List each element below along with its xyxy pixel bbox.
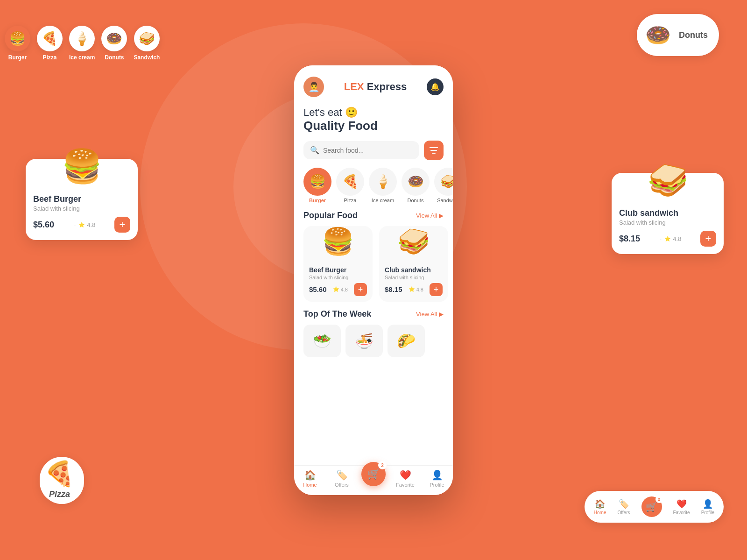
home-nav-icon: 🏠 [304,469,316,481]
donut-float-icon: 🍩 [641,19,674,51]
float-cart-button[interactable]: 🛒 2 [641,496,662,517]
cat-donuts-label: Donuts [408,198,424,203]
club-card-rating: ⭐ 4.8 [409,286,423,292]
beef-card-rating: ⭐ 4.8 [333,286,348,292]
float-pizza-label: Pizza [49,489,70,499]
float-favorite-label: Favorite [673,510,690,515]
hero-line2: Quality Food [303,119,444,133]
search-bar: 🔍 [303,141,444,160]
nav-home[interactable]: 🏠 Home [296,469,324,488]
beef-card-image: 🍔 [310,226,366,262]
float-donut-pill[interactable]: 🍩 Donuts [637,14,719,56]
float-profile-icon: 👤 [703,499,713,509]
cat-donuts[interactable]: 🍩 Donuts [402,168,430,203]
cat-burger[interactable]: 🍔 Burger [303,168,331,203]
float-nav-offers[interactable]: 🏷️ Offers [617,499,630,515]
cat-burger-icon: 🍔 [303,168,331,196]
totw-item-1[interactable]: 🥗 [303,325,341,357]
float-category-pills: 🍔 Burger 🍕 Pizza 🍦 Ice cream 🍩 Donuts 🥪 … [5,26,160,61]
pizza-icon: 🍕 [37,26,63,51]
beef-card-name: Beef Burger [309,266,367,274]
totw-item-3[interactable]: 🌮 [388,325,425,357]
club-card-name: Club sandwich [385,266,443,274]
nav-offers[interactable]: 🏷️ Offers [328,469,356,488]
float-club-price: $8.15 [619,234,640,243]
float-club-card: 🥪 Club sandwich Salad with slicing $8.15… [612,173,724,254]
cat-sandwich[interactable]: 🥪 Sandwich [434,168,453,203]
popular-food-header: Popular Food View All ▶ [294,211,453,226]
float-nav-bar: 🏠 Home 🏷️ Offers 🛒 2 ❤️ Favorite 👤 Profi… [585,491,724,523]
club-card-price: $8.15 [385,285,402,293]
float-beef-add-button[interactable]: + [114,217,130,233]
float-beef-price: $5.60 [33,220,54,229]
totw-header: Top Of The Week View All ▶ [294,309,453,325]
float-nav-profile[interactable]: 👤 Profile [701,499,714,515]
float-club-desc: Salad with slicing [619,219,716,226]
float-pill-icecream[interactable]: 🍦 Ice cream [69,26,95,61]
float-pill-burger-label: Burger [8,54,27,61]
float-pill-sandwich[interactable]: 🥪 Sandwich [134,26,160,61]
popular-food-view-all[interactable]: View All ▶ [416,212,444,219]
float-beef-card: 🍔 Beef Burger Salad with slicing $5.60 ·… [26,159,138,240]
float-club-name: Club sandwich [619,208,716,218]
logo-express: Express [367,81,407,92]
nav-profile[interactable]: 👤 Profile [423,469,451,488]
avatar[interactable]: 👨‍💼 [303,77,324,97]
profile-nav-icon: 👤 [431,469,443,481]
icecream-icon: 🍦 [69,26,95,51]
cat-sandwich-icon: 🥪 [434,168,453,196]
float-donut-label: Donuts [679,30,708,40]
club-card-add-button[interactable]: + [430,283,443,296]
totw-view-all[interactable]: View All ▶ [416,311,444,318]
hero-line1: Let's eat 🙂 [303,106,444,119]
float-nav-favorite[interactable]: ❤️ Favorite [673,499,690,515]
float-pill-burger[interactable]: 🍔 Burger [5,26,30,61]
beef-card-footer: $5.60 ⭐ 4.8 + [309,283,367,296]
category-list: 🍔 Burger 🍕 Pizza 🍦 Ice cream 🍩 Donuts 🥪 … [294,168,453,211]
cat-icecream[interactable]: 🍦 Ice cream [369,168,397,203]
beef-card-add-button[interactable]: + [354,283,367,296]
float-beef-name: Beef Burger [33,194,130,204]
search-input-wrap[interactable]: 🔍 [303,141,419,159]
favorite-nav-icon: ❤️ [400,469,411,481]
club-card-image: 🥪 [386,226,442,262]
float-pill-pizza-label: Pizza [42,54,56,61]
sandwich-icon: 🥪 [134,26,160,51]
float-profile-label: Profile [701,510,714,515]
search-input[interactable] [323,147,413,154]
cat-icecream-icon: 🍦 [369,168,397,196]
totw-preview: 🥗 🍜 🌮 [294,325,453,361]
cat-donuts-icon: 🍩 [402,168,430,196]
cart-float-button[interactable]: 🛒 2 [361,462,386,486]
float-club-add-button[interactable]: + [700,231,716,247]
donuts-icon: 🍩 [101,26,127,51]
float-pill-pizza[interactable]: 🍕 Pizza [37,26,63,61]
cat-pizza[interactable]: 🍕 Pizza [336,168,364,203]
home-nav-label: Home [303,482,317,488]
float-favorite-icon: ❤️ [677,499,687,509]
totw-item-2[interactable]: 🍜 [345,325,383,357]
app-logo: LEX Express [344,81,407,93]
float-club-rating: · ⭐ 4.8 [659,235,682,242]
offers-nav-icon: 🏷️ [336,469,348,481]
favorite-nav-label: Favorite [396,482,415,488]
phone-header: 👨‍💼 LEX Express 🔔 [294,65,453,103]
logo-lex: LEX [344,81,364,92]
float-pizza-icon: 🍕 [44,461,75,486]
beef-card-price: $5.60 [309,285,327,293]
food-cards-list: 🍔 Beef Burger Salad with slicing $5.60 ⭐… [294,226,453,309]
search-icon: 🔍 [310,146,319,155]
float-pill-donuts[interactable]: 🍩 Donuts [101,26,127,61]
cat-pizza-icon: 🍕 [336,168,364,196]
float-home-icon: 🏠 [595,499,605,509]
notification-button[interactable]: 🔔 [427,78,444,95]
float-pizza-pill[interactable]: 🍕 Pizza [40,457,84,504]
phone-mockup: 👨‍💼 LEX Express 🔔 Let's eat 🙂 Quality Fo… [294,65,453,495]
float-nav-home[interactable]: 🏠 Home [594,499,606,515]
cart-badge: 2 [378,461,387,469]
club-card-footer: $8.15 ⭐ 4.8 + [385,283,443,296]
filter-button[interactable] [424,141,444,160]
nav-favorite[interactable]: ❤️ Favorite [391,469,419,488]
float-offers-icon: 🏷️ [619,499,629,509]
totw-title: Top Of The Week [303,309,371,319]
